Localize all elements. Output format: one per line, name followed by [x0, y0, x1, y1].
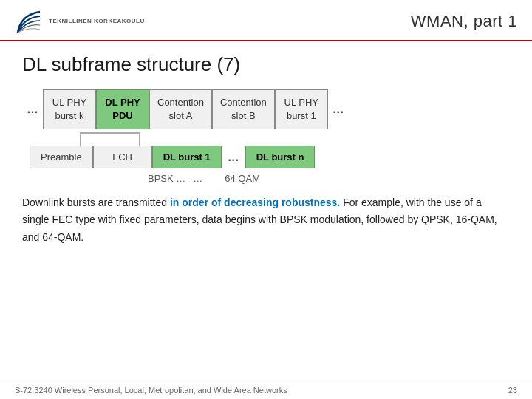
description-highlight: in order of decreasing robustness. [170, 197, 340, 208]
bpsk-row: BPSK … … 64 QAM [30, 173, 510, 184]
page-title: WMAN, part 1 [411, 12, 517, 31]
bpsk-mid-dots: … [185, 173, 210, 184]
logo-icon [15, 7, 43, 35]
header: TEKNILLINEN KORKEAKOULU WMAN, part 1 [0, 0, 532, 41]
slide-title: DL subframe structure (7) [22, 53, 510, 76]
sub-cell-fch: FCH [93, 146, 152, 168]
description-text-before: Downlink bursts are transmitted [22, 197, 170, 208]
frame-cell-contention-a: Contention slot A [149, 89, 212, 129]
left-dots: … [22, 103, 43, 116]
sub-cell-preamble: Preamble [30, 146, 93, 168]
qam-label: 64 QAM [210, 173, 260, 184]
main-content: DL subframe structure (7) … UL PHY burst… [0, 41, 532, 265]
frame-cell-ul-phy-burst-k: UL PHY burst k [43, 89, 96, 129]
description: Downlink bursts are transmitted in order… [22, 194, 510, 245]
footer: S-72.3240 Wireless Personal, Local, Metr… [0, 381, 532, 399]
bpsk-label: BPSK … [30, 173, 185, 184]
footer-course: S-72.3240 Wireless Personal, Local, Metr… [15, 386, 287, 395]
frame-cell-ul-phy-burst-1: UL PHY burst 1 [275, 89, 328, 129]
sub-mid-dots: … [222, 151, 245, 164]
right-dots: … [328, 103, 349, 116]
logo-text: TEKNILLINEN KORKEAKOULU [49, 18, 145, 25]
sub-cell-dl-burst-1: DL burst 1 [152, 146, 222, 168]
frame-cell-dl-phy-pdu: DL PHY PDU [96, 89, 149, 129]
frame-cell-contention-b: Contention slot B [212, 89, 275, 129]
logo-area: TEKNILLINEN KORKEAKOULU [15, 7, 145, 35]
footer-page: 23 [508, 386, 517, 395]
sub-cell-dl-burst-n: DL burst n [245, 146, 316, 168]
